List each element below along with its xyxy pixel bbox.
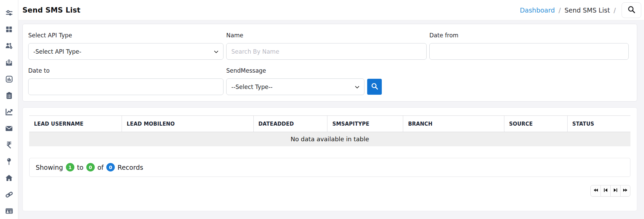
pagination-group <box>590 185 630 197</box>
step-forward-button[interactable] <box>610 185 620 196</box>
fast-forward-button[interactable] <box>620 185 630 196</box>
main-content: Select API Type -Select API Type- Name D… <box>18 20 644 219</box>
sidebar-item-links[interactable] <box>0 186 18 203</box>
results-panel: LEAD USERNAME LEAD MOBILENO DATEADDED SM… <box>22 107 637 211</box>
date-to-label: Date to <box>28 67 223 74</box>
column-header-source: SOURCE <box>504 116 567 132</box>
summary-text: to <box>77 164 84 171</box>
breadcrumb-separator: / <box>559 6 561 14</box>
rupee-icon <box>6 142 12 149</box>
sidebar-item-reports[interactable] <box>0 71 18 87</box>
sidebar-item-sliders[interactable] <box>0 5 18 21</box>
column-header-lead-mobileno: LEAD MOBILENO <box>122 116 254 132</box>
column-header-branch: BRANCH <box>403 116 504 132</box>
date-from-input[interactable] <box>429 43 629 60</box>
sliders-icon <box>6 10 13 16</box>
sidebar-item-analytics[interactable] <box>0 104 18 121</box>
breadcrumb-current: Send SMS List <box>565 6 610 14</box>
map-pin-icon <box>7 158 11 165</box>
search-icon <box>371 83 378 91</box>
filter-row-1: Select API Type -Select API Type- Name D… <box>28 32 629 60</box>
name-label: Name <box>226 32 427 39</box>
api-type-label: Select API Type <box>28 32 223 39</box>
mail-open-icon <box>5 59 13 66</box>
empty-table-message: No data available in table <box>29 132 630 146</box>
page-header: Send SMS List Dashboard / Send SMS List … <box>18 0 644 20</box>
column-header-lead-username: LEAD USERNAME <box>29 116 122 132</box>
bar-chart-icon <box>6 76 13 83</box>
send-message-select[interactable]: --Select Type-- <box>226 78 364 95</box>
sidebar-item-tasks[interactable] <box>0 87 18 104</box>
filter-row-2: Date to SendMessage --Select Type-- <box>28 67 629 95</box>
sidebar-item-contacts[interactable] <box>0 203 18 219</box>
page-title: Send SMS List <box>22 6 80 14</box>
breadcrumb: Dashboard / Send SMS List / <box>520 2 641 18</box>
fast-forward-icon <box>623 188 628 193</box>
sidebar-item-payments[interactable] <box>0 137 18 153</box>
table-header-row: LEAD USERNAME LEAD MOBILENO DATEADDED SM… <box>29 116 630 132</box>
api-type-select[interactable]: -Select API Type- <box>28 43 223 60</box>
fast-backward-icon <box>593 188 598 193</box>
users-gear-icon <box>5 42 13 49</box>
fast-backward-button[interactable] <box>591 185 601 196</box>
to-count-badge: 0 <box>86 163 95 171</box>
step-backward-button[interactable] <box>601 185 610 196</box>
empty-row: No data available in table <box>29 132 630 146</box>
pagination-row <box>29 185 630 197</box>
sidebar-item-user-management[interactable] <box>0 38 18 54</box>
step-backward-icon <box>604 188 608 193</box>
date-to-input[interactable] <box>28 78 223 95</box>
id-card-icon <box>5 208 13 214</box>
sidebar-item-dashboard[interactable] <box>0 21 18 38</box>
clipboard-list-icon <box>6 92 12 99</box>
step-forward-icon <box>613 188 618 193</box>
search-icon <box>627 5 636 15</box>
total-count-badge: 0 <box>106 163 115 171</box>
home-icon <box>5 175 13 181</box>
grid-icon <box>6 26 12 33</box>
summary-text: Records <box>118 164 143 171</box>
sidebar <box>0 0 18 219</box>
sidebar-item-inbox[interactable] <box>0 54 18 71</box>
header-search-button[interactable] <box>622 2 641 18</box>
records-summary: Showing 1 to 0 of 0 Records <box>29 158 630 177</box>
from-count-badge: 1 <box>66 163 74 171</box>
filter-panel: Select API Type -Select API Type- Name D… <box>22 24 637 102</box>
envelope-icon <box>5 126 13 131</box>
breadcrumb-separator: / <box>614 6 616 14</box>
line-chart-icon <box>5 108 13 115</box>
sidebar-item-messages[interactable] <box>0 120 18 137</box>
date-from-label: Date from <box>429 32 629 39</box>
filter-search-button[interactable] <box>367 79 382 95</box>
send-message-label: SendMessage <box>226 67 629 74</box>
column-header-status: STATUS <box>567 116 630 132</box>
column-header-smsapitype: SMSAPITYPE <box>327 116 403 132</box>
link-icon <box>5 191 13 198</box>
summary-text: Showing <box>36 164 63 171</box>
name-search-input[interactable] <box>226 43 427 60</box>
summary-text: of <box>97 164 104 171</box>
sidebar-item-locations[interactable] <box>0 153 18 170</box>
sms-list-table: LEAD USERNAME LEAD MOBILENO DATEADDED SM… <box>29 115 630 146</box>
breadcrumb-dashboard-link[interactable]: Dashboard <box>520 6 555 14</box>
column-header-dateadded: DATEADDED <box>253 116 327 132</box>
sidebar-item-home[interactable] <box>0 170 18 186</box>
